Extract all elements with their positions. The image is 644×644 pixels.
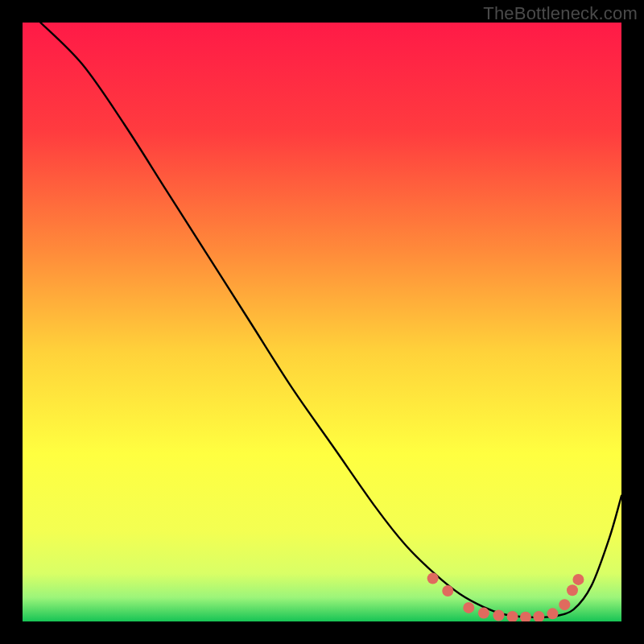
marker-point: [559, 599, 570, 610]
chart-plot-area: [23, 23, 621, 621]
marker-point: [572, 574, 584, 585]
chart-background: [23, 23, 621, 621]
chart-frame: TheBottleneck.com: [0, 0, 644, 644]
chart-svg: [23, 23, 621, 621]
marker-point: [547, 608, 558, 619]
watermark-label: TheBottleneck.com: [483, 3, 638, 24]
marker-point: [427, 572, 439, 584]
marker-point: [442, 585, 453, 597]
marker-point: [567, 584, 578, 596]
marker-point: [463, 602, 474, 613]
marker-point: [493, 610, 504, 621]
marker-point: [478, 608, 489, 619]
